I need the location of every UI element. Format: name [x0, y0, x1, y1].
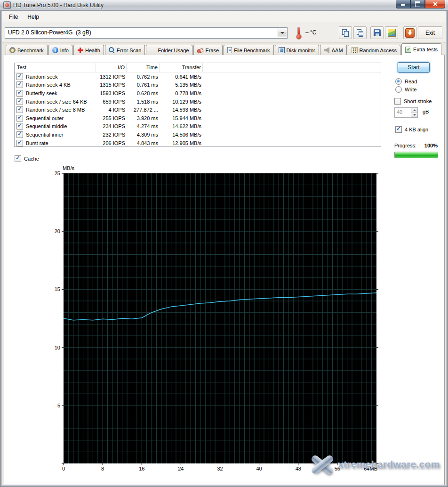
transfer-value: 15.944 MB/s — [160, 115, 203, 121]
info-icon — [52, 47, 58, 53]
toolbar: UFD 2.0 Silicon-Power4G (3 gB) – °C Exit — [2, 23, 446, 43]
tab-erase[interactable]: Erase — [193, 45, 223, 55]
time-value: 0.762 ms — [127, 74, 160, 80]
transfer-value: 5.135 MB/s — [160, 82, 203, 88]
watermark-x-logo — [309, 453, 336, 476]
read-radio[interactable] — [395, 78, 402, 85]
io-value: 1312 IOPS — [96, 74, 127, 80]
test-checkbox[interactable] — [16, 140, 23, 146]
menu-help[interactable]: Help — [23, 12, 43, 22]
tab-extra-tests[interactable]: Extra tests — [401, 43, 441, 55]
svg-text:16: 16 — [139, 466, 144, 471]
test-cell: Sequential inner — [15, 131, 96, 138]
test-name: Sequential outer — [26, 115, 64, 121]
maximize-button[interactable] — [410, 0, 425, 8]
progress-bar — [394, 152, 438, 158]
save-button[interactable] — [370, 26, 384, 39]
menu-bar: File Help — [2, 11, 446, 23]
io-value: 234 IOPS — [96, 123, 127, 129]
svg-text:32: 32 — [217, 466, 223, 471]
watermark-text: xtremehardware.com — [338, 459, 440, 470]
test-checkbox[interactable] — [16, 131, 23, 138]
copy-text-button[interactable] — [353, 26, 367, 39]
exit-button[interactable]: Exit — [418, 26, 442, 39]
health-icon — [77, 47, 83, 53]
tab-error-scan[interactable]: Error Scan — [105, 45, 145, 55]
benchmark-icon — [9, 47, 16, 53]
short-stroke-checkbox[interactable] — [394, 98, 401, 105]
read-label: Read — [405, 79, 417, 84]
extra-tests-icon — [405, 47, 411, 53]
test-checkbox[interactable] — [16, 115, 23, 122]
spinner — [411, 108, 417, 117]
test-checkbox[interactable] — [16, 106, 23, 113]
close-button[interactable] — [425, 0, 445, 8]
test-cell: Burst rate — [15, 140, 96, 146]
tab-aam[interactable]: AAM — [320, 45, 347, 55]
tab-label: Random Access — [360, 48, 397, 53]
short-stroke-size-input[interactable]: 40 — [394, 107, 418, 118]
test-name: Random seek 4 KB — [26, 82, 71, 88]
cache-label: Cache — [24, 156, 39, 162]
window-title: HD Tune Pro 5.00 - Hard Disk Utility — [13, 2, 104, 8]
test-checkbox[interactable] — [16, 123, 23, 130]
io-value: 255 IOPS — [96, 115, 127, 121]
erase-icon — [197, 48, 204, 54]
spin-down-button[interactable] — [411, 113, 417, 118]
maximize-icon — [415, 1, 420, 7]
copy-button[interactable] — [339, 26, 352, 39]
write-option[interactable]: Write — [395, 86, 416, 93]
column-header-test: Test — [15, 63, 96, 72]
spin-up-button[interactable] — [411, 108, 417, 113]
transfer-value: 14.506 MB/s — [160, 132, 203, 138]
test-checkbox[interactable] — [16, 73, 23, 80]
test-cell: Butterfly seek — [15, 90, 96, 97]
write-radio[interactable] — [395, 86, 402, 93]
tab-benchmark[interactable]: Benchmark — [6, 45, 48, 55]
read-option[interactable]: Read — [395, 78, 417, 85]
short-stroke-unit: gB — [423, 109, 429, 114]
svg-text:40: 40 — [256, 466, 262, 471]
cache-option[interactable]: Cache — [15, 155, 39, 162]
error-scan-icon — [109, 47, 115, 53]
drive-selector[interactable]: UFD 2.0 Silicon-Power4G (3 gB) — [5, 27, 288, 39]
disk-monitor-icon — [279, 47, 285, 53]
download-button[interactable] — [403, 26, 416, 39]
tab-random-access[interactable]: Random Access — [348, 45, 400, 55]
time-value: 4.309 ms — [127, 132, 160, 138]
start-button[interactable]: Start — [398, 62, 430, 73]
short-stroke-option[interactable]: Short stroke — [394, 98, 432, 105]
align-option[interactable]: 4 KB align — [395, 126, 428, 133]
transfer-value: 0.778 MB/s — [160, 90, 203, 96]
tab-disk-monitor[interactable]: Disk monitor — [275, 45, 319, 55]
results-table: Test I/O Time Transfer Random seek1312 I… — [14, 63, 381, 147]
color-image-button[interactable] — [385, 26, 398, 39]
align-checkbox[interactable] — [395, 126, 402, 133]
test-name: Random seek / size 8 MB — [26, 107, 85, 113]
tab-folder-usage[interactable]: Folder Usage — [146, 45, 192, 55]
test-name: Butterfly seek — [26, 90, 57, 96]
column-header-io: I/O — [96, 63, 127, 72]
svg-text:25: 25 — [55, 170, 60, 176]
dropdown-arrow-icon[interactable] — [278, 28, 287, 37]
minimize-button[interactable] — [396, 0, 410, 8]
tab-info[interactable]: Info — [48, 45, 72, 55]
test-name: Sequential inner — [26, 132, 64, 138]
color-image-icon — [388, 29, 396, 37]
watermark: xtremehardware.com — [309, 453, 440, 476]
test-checkbox[interactable] — [16, 98, 23, 105]
menu-file[interactable]: File — [5, 12, 22, 22]
test-checkbox[interactable] — [16, 81, 23, 88]
write-label: Write — [405, 87, 416, 92]
tab-bar: BenchmarkInfoHealthError ScanFolder Usag… — [4, 44, 444, 55]
close-icon — [432, 1, 438, 7]
title-bar[interactable]: HD Tune Pro 5.00 - Hard Disk Utility — [0, 0, 448, 11]
file-benchmark-icon — [227, 47, 232, 53]
cache-checkbox[interactable] — [15, 155, 21, 162]
tab-label: Health — [85, 48, 100, 53]
tab-label: Error Scan — [117, 48, 142, 53]
transfer-value: 10.129 MB/s — [160, 99, 203, 105]
tab-file-benchmark[interactable]: File Benchmark — [224, 45, 273, 55]
test-checkbox[interactable] — [16, 90, 23, 97]
tab-health[interactable]: Health — [73, 45, 104, 55]
